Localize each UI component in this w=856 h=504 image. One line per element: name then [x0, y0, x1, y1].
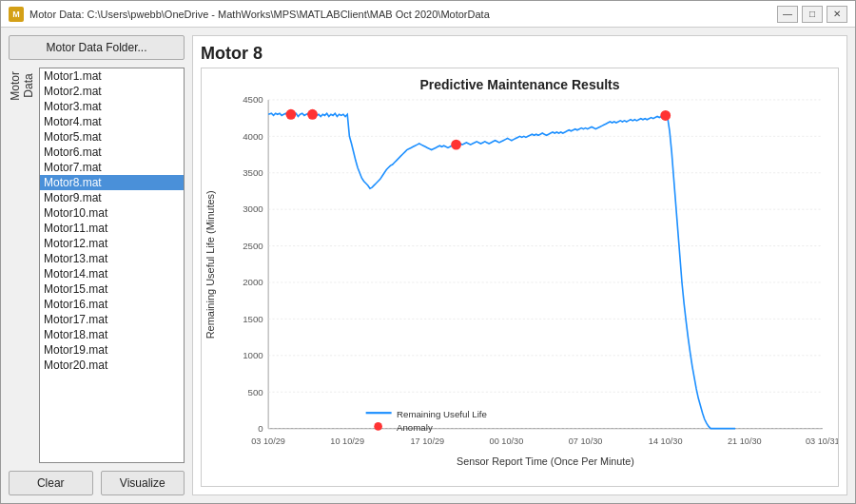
motor-list-item-14[interactable]: Motor14.mat: [40, 266, 184, 281]
motor-list-item-5[interactable]: Motor5.mat: [40, 129, 184, 145]
svg-text:2500: 2500: [243, 241, 263, 251]
anomaly-dot-2: [307, 109, 318, 120]
anomaly-dot-3: [451, 140, 461, 150]
motor-list-item-11[interactable]: Motor11.mat: [40, 221, 184, 236]
motor-list-item-1[interactable]: Motor1.mat: [40, 68, 184, 84]
svg-text:00 10/30: 00 10/30: [490, 436, 524, 446]
motor-title: Motor 8: [201, 44, 839, 64]
window-title: Motor Data: C:\Users\pwebb\OneDrive - Ma…: [29, 9, 777, 20]
motor-list-item-10[interactable]: Motor10.mat: [40, 205, 184, 221]
anomaly-dot-4: [660, 110, 671, 121]
motor-list-item-4[interactable]: Motor4.mat: [40, 114, 184, 129]
svg-text:4000: 4000: [243, 131, 263, 142]
minimize-button[interactable]: —: [777, 6, 798, 23]
chart-svg: Predictive Maintenance Results: [202, 68, 838, 486]
main-window: M Motor Data: C:\Users\pwebb\OneDrive - …: [0, 0, 856, 504]
svg-text:07 10/30: 07 10/30: [569, 436, 603, 446]
svg-text:4500: 4500: [243, 94, 263, 105]
svg-text:3500: 3500: [243, 167, 263, 178]
title-bar: M Motor Data: C:\Users\pwebb\OneDrive - …: [1, 1, 855, 28]
svg-point-35: [374, 422, 382, 431]
svg-text:03 10/29: 03 10/29: [251, 436, 285, 446]
svg-text:21 10/30: 21 10/30: [728, 436, 762, 446]
motor-list-item-7[interactable]: Motor7.mat: [40, 160, 184, 175]
chart-area: Predictive Maintenance Results: [201, 68, 839, 487]
motor-list-item-17[interactable]: Motor17.mat: [40, 312, 184, 327]
svg-text:14 10/30: 14 10/30: [649, 436, 683, 446]
svg-text:03 10/31: 03 10/31: [806, 436, 838, 446]
motor-list-item-3[interactable]: Motor3.mat: [40, 99, 184, 114]
window-controls: — □ ✕: [777, 6, 847, 23]
motor-list-section: MotorData Motor1.matMotor2.matMotor3.mat…: [9, 68, 185, 463]
anomaly-dot-1: [285, 109, 296, 120]
motor-data-label: MotorData: [9, 71, 35, 101]
motor-list-item-20[interactable]: Motor20.mat: [40, 358, 184, 373]
svg-text:3000: 3000: [243, 204, 263, 214]
clear-button[interactable]: Clear: [9, 471, 93, 495]
left-panel: Motor Data Folder... MotorData Motor1.ma…: [9, 35, 185, 495]
motor-list-item-6[interactable]: Motor6.mat: [40, 145, 184, 160]
svg-text:Anomaly: Anomaly: [397, 422, 433, 433]
motor-list-item-12[interactable]: Motor12.mat: [40, 236, 184, 251]
motor-list-item-13[interactable]: Motor13.mat: [40, 251, 184, 266]
motor-list-item-8[interactable]: Motor8.mat: [40, 175, 184, 190]
svg-text:1000: 1000: [243, 350, 263, 360]
motor-folder-button[interactable]: Motor Data Folder...: [9, 35, 185, 60]
svg-text:Remaining Useful Life (Minutes: Remaining Useful Life (Minutes): [204, 190, 216, 339]
motor-list-item-15[interactable]: Motor15.mat: [40, 281, 184, 297]
motor-list-item-19[interactable]: Motor19.mat: [40, 342, 184, 358]
motor-list-item-9[interactable]: Motor9.mat: [40, 190, 184, 205]
svg-text:2000: 2000: [243, 277, 263, 287]
right-panel: Motor 8 Predictive Maintenance Results: [192, 35, 847, 495]
svg-text:Sensor Report Time (Once Per M: Sensor Report Time (Once Per Minute): [457, 456, 634, 467]
motor-list-item-16[interactable]: Motor16.mat: [40, 297, 184, 312]
app-icon: M: [9, 7, 24, 22]
motor-listbox[interactable]: Motor1.matMotor2.matMotor3.matMotor4.mat…: [39, 68, 185, 463]
close-button[interactable]: ✕: [827, 6, 847, 23]
svg-text:1500: 1500: [243, 314, 263, 324]
content-area: Motor Data Folder... MotorData Motor1.ma…: [1, 28, 855, 503]
motor-list-item-18[interactable]: Motor18.mat: [40, 327, 184, 342]
svg-text:Remaining Useful Life: Remaining Useful Life: [397, 408, 487, 418]
svg-text:10 10/29: 10 10/29: [330, 436, 364, 446]
maximize-button[interactable]: □: [802, 6, 823, 23]
bottom-buttons: Clear Visualize: [9, 471, 185, 495]
svg-text:Predictive Maintenance Results: Predictive Maintenance Results: [419, 77, 619, 92]
svg-text:0: 0: [258, 423, 263, 434]
motor-list-item-2[interactable]: Motor2.mat: [40, 84, 184, 99]
svg-text:500: 500: [248, 386, 264, 397]
svg-text:17 10/29: 17 10/29: [411, 436, 445, 446]
visualize-button[interactable]: Visualize: [101, 471, 185, 495]
